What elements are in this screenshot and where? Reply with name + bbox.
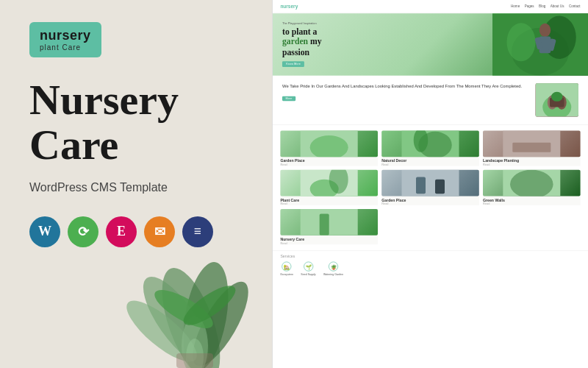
card-image-2 [381, 130, 479, 157]
ecosystem-icon: 🏡 [282, 262, 292, 272]
services-icons-row: 🏡 Ecosystem 🌱 Seed Supply 🪴 Watering Gar… [280, 262, 580, 276]
card-nursery-care: Nursery Care Read [280, 209, 378, 244]
svg-rect-36 [435, 180, 445, 194]
nav-link-blog[interactable]: Blog [539, 5, 545, 9]
card-sub-1: Read [280, 163, 378, 166]
card-image-3 [483, 130, 581, 157]
card-sub-3: Read [483, 163, 581, 166]
site-cards-grid: Garden Place Read Natural Decor Read Lan… [273, 125, 588, 250]
services-title: Services [280, 255, 580, 259]
card-sub-7: Read [280, 241, 378, 244]
wordpress-icon[interactable]: W [29, 216, 60, 247]
site-nav: nursery Home Pages Blog About Us Contact [273, 0, 588, 13]
svg-rect-9 [176, 353, 213, 368]
tech-icons-row: W ⟳ E ✉ ≡ [29, 216, 243, 247]
svg-rect-34 [402, 170, 459, 197]
hero-button[interactable]: Know More [282, 61, 304, 67]
svg-point-14 [539, 24, 551, 37]
logo-main-text: nursery [40, 28, 91, 43]
nav-link-contact[interactable]: Contact [569, 5, 581, 9]
svg-rect-39 [301, 209, 358, 236]
card-image-1 [280, 130, 378, 157]
watering-icon: 🪴 [329, 262, 338, 272]
site-nav-logo: nursery [280, 4, 298, 9]
uf-icon[interactable]: ≡ [182, 216, 213, 247]
nav-link-home[interactable]: Home [511, 5, 520, 9]
service-ecosystem: 🏡 Ecosystem [280, 262, 293, 276]
site-about: We Take Pride In Our Gardens And Landsca… [273, 76, 588, 125]
card-sub-4: Read [280, 202, 378, 205]
svg-point-23 [551, 92, 563, 102]
card-image-6 [483, 170, 581, 197]
service-seed-supply: 🌱 Seed Supply [301, 262, 315, 276]
about-title: We Take Pride In Our Gardens And Landsca… [282, 83, 528, 90]
seed-supply-label: Seed Supply [301, 273, 315, 276]
hero-title: to plant a garden my passion [282, 26, 322, 57]
mail-icon[interactable]: ✉ [144, 216, 175, 247]
svg-rect-40 [320, 214, 329, 236]
card-garden-place-2: Garden Place Read [381, 170, 479, 205]
seed-supply-icon: 🌱 [304, 262, 313, 272]
elementor-icon[interactable]: E [106, 216, 137, 247]
site-nav-links: Home Pages Blog About Us Contact [511, 5, 581, 9]
right-panel: nursery Home Pages Blog About Us Contact… [272, 0, 588, 368]
hero-text-block: The Playground Inspiration to plant a ga… [273, 14, 331, 74]
ecosystem-label: Ecosystem [280, 273, 293, 276]
card-image-7 [280, 209, 378, 236]
about-image [536, 83, 579, 116]
main-title: Nursery Care [29, 78, 243, 168]
card-landscape: Landscape Planting Read [483, 130, 581, 166]
about-text-block: We Take Pride In Our Gardens And Landsca… [282, 83, 528, 101]
card-garden-place: Garden Place Read [280, 130, 378, 166]
nav-link-about[interactable]: About Us [551, 5, 564, 9]
refresh-icon[interactable]: ⟳ [68, 216, 98, 247]
hero-image [492, 13, 588, 76]
svg-rect-35 [416, 177, 426, 194]
left-panel: nursery plant Care Nursery Care WordPres… [0, 0, 272, 368]
title-line1: Nursery [29, 76, 179, 124]
card-image-5 [381, 170, 479, 197]
subtitle-text: WordPress CMS Template [29, 181, 243, 194]
card-sub-2: Read [381, 163, 479, 166]
service-watering: 🪴 Watering Garden [323, 262, 343, 276]
logo-sub-text: plant Care [40, 43, 91, 52]
nav-link-pages[interactable]: Pages [525, 5, 534, 9]
svg-rect-30 [512, 143, 551, 152]
card-natural-decor: Natural Decor Read [381, 130, 479, 166]
watering-label: Watering Garden [323, 273, 343, 276]
hero-small-label: The Playground Inspiration [282, 22, 322, 25]
site-hero: The Playground Inspiration to plant a ga… [273, 13, 588, 76]
title-line2: Care [29, 121, 118, 169]
site-services: Services 🏡 Ecosystem 🌱 Seed Supply 🪴 Wat… [273, 250, 588, 280]
card-sub-5: Read [381, 202, 479, 205]
card-plant-care: Plant Care Read [280, 170, 378, 205]
card-image-4 [280, 170, 378, 197]
svg-point-12 [507, 23, 536, 61]
card-6: Green Walls Read [483, 170, 581, 205]
card-sub-6: Read [483, 202, 581, 205]
logo-badge: nursery plant Care [29, 22, 101, 57]
about-button[interactable]: More [282, 96, 295, 101]
website-preview: nursery Home Pages Blog About Us Contact… [273, 0, 588, 368]
